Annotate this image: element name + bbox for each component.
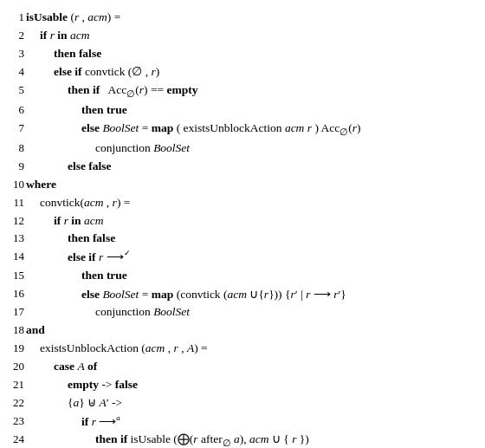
line-number: 19	[0, 340, 24, 358]
line-number: 11	[0, 194, 24, 212]
table-row: 4else if convtick (∅ , r)	[0, 63, 485, 81]
line-content: conjunction BoolSet	[24, 140, 485, 158]
table-row: 2if r in acm	[0, 27, 485, 45]
table-row: 16else BoolSet = map (convtick (acm ∪{r}…	[0, 285, 485, 303]
line-number: 16	[0, 285, 24, 303]
line-number: 3	[0, 45, 24, 63]
line-content: if r ⟶a	[24, 412, 485, 431]
line-content: case A of	[24, 358, 485, 376]
line-number: 6	[0, 101, 24, 120]
line-number: 9	[0, 158, 24, 176]
line-number: 4	[0, 63, 24, 81]
table-row: 20case A of	[0, 358, 485, 376]
line-number: 8	[0, 140, 24, 158]
table-row: 15then true	[0, 267, 485, 285]
line-content: and	[24, 321, 485, 340]
line-content: empty -> false	[24, 376, 485, 394]
line-content: if r in acm	[24, 212, 485, 230]
table-row: 8conjunction BoolSet	[0, 140, 485, 158]
table-row: 22{a} ⊎ A′ ->	[0, 394, 485, 412]
line-content: isUsable (r , acm) =	[24, 9, 485, 27]
line-number: 2	[0, 27, 24, 45]
table-row: 24then if isUsable (⨁(r after∅ a), acm ∪…	[0, 431, 485, 448]
line-content: else false	[24, 158, 485, 176]
table-row: 13then false	[0, 230, 485, 248]
line-number: 23	[0, 412, 24, 431]
line-content: else if r ⟶✓	[24, 248, 485, 266]
line-content: then false	[24, 230, 485, 248]
line-number: 20	[0, 358, 24, 376]
line-content: then if Acc∅(r) == empty	[24, 81, 485, 101]
code-table: 1isUsable (r , acm) =2if r in acm3then f…	[0, 9, 485, 448]
table-row: 14else if r ⟶✓	[0, 248, 485, 266]
table-row: 1isUsable (r , acm) =	[0, 9, 485, 27]
line-content: then if isUsable (⨁(r after∅ a), acm ∪ {…	[24, 431, 485, 448]
table-row: 9else false	[0, 158, 485, 176]
line-content: then true	[24, 267, 485, 285]
line-number: 18	[0, 321, 24, 340]
line-number: 17	[0, 303, 24, 321]
line-number: 12	[0, 212, 24, 230]
code-display: 1isUsable (r , acm) =2if r in acm3then f…	[0, 0, 485, 448]
line-number: 7	[0, 120, 24, 140]
line-number: 15	[0, 267, 24, 285]
line-content: convtick(acm , r) =	[24, 194, 485, 212]
table-row: 5then if Acc∅(r) == empty	[0, 81, 485, 101]
table-row: 23if r ⟶a	[0, 412, 485, 431]
line-number: 10	[0, 176, 24, 194]
table-row: 21empty -> false	[0, 376, 485, 394]
line-content: else BoolSet = map (convtick (acm ∪{r}))…	[24, 285, 485, 303]
table-row: 18and	[0, 321, 485, 340]
line-number: 24	[0, 431, 24, 448]
table-row: 11convtick(acm , r) =	[0, 194, 485, 212]
line-number: 5	[0, 81, 24, 101]
line-number: 14	[0, 248, 24, 266]
table-row: 17conjunction BoolSet	[0, 303, 485, 321]
table-row: 12if r in acm	[0, 212, 485, 230]
line-number: 22	[0, 394, 24, 412]
line-content: conjunction BoolSet	[24, 303, 485, 321]
line-content: then false	[24, 45, 485, 63]
line-content: if r in acm	[24, 27, 485, 45]
line-number: 1	[0, 9, 24, 27]
line-content: {a} ⊎ A′ ->	[24, 394, 485, 412]
table-row: 7else BoolSet = map ( existsUnblockActio…	[0, 120, 485, 140]
line-content: else if convtick (∅ , r)	[24, 63, 485, 81]
table-row: 3then false	[0, 45, 485, 63]
line-number: 21	[0, 376, 24, 394]
line-content: else BoolSet = map ( existsUnblockAction…	[24, 120, 485, 140]
table-row: 10where	[0, 176, 485, 194]
line-content: where	[24, 176, 485, 194]
table-row: 6then true	[0, 101, 485, 120]
line-content: then true	[24, 101, 485, 120]
table-row: 19existsUnblockAction (acm , r , A) =	[0, 340, 485, 358]
line-number: 13	[0, 230, 24, 248]
line-content: existsUnblockAction (acm , r , A) =	[24, 340, 485, 358]
